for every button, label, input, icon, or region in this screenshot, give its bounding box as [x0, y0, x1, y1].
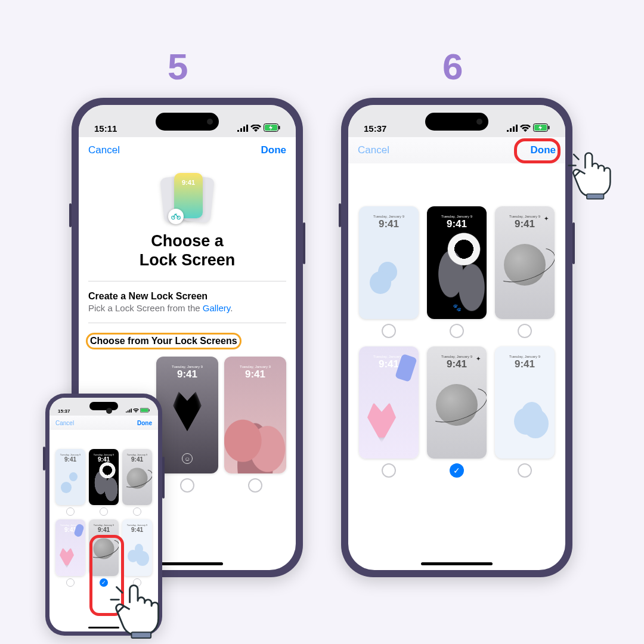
dynamic-island — [156, 113, 219, 131]
svg-rect-2 — [279, 126, 280, 129]
radio-unselected[interactable] — [180, 478, 194, 493]
lockscreen-option-bluecloud[interactable]: Tuesday, January 99:41 — [55, 449, 85, 516]
bike-icon — [168, 209, 184, 224]
lockscreen-option-planet-sm[interactable]: Tuesday, January 99:41 — [122, 449, 152, 516]
wifi-icon — [520, 123, 531, 134]
lockscreen-option-heart[interactable]: Tuesday, January 9 9:41 ☺ — [156, 357, 218, 493]
hero-card-time: 9:41 — [182, 179, 195, 186]
radio-unselected[interactable] — [382, 324, 396, 338]
tap-hand-icon — [568, 144, 618, 202]
battery-icon — [264, 123, 280, 134]
radio-selected[interactable]: ✓ — [450, 463, 464, 478]
dynamic-island — [425, 113, 488, 131]
step-6-number: 6 — [442, 45, 463, 88]
choose-existing-section: Choose from Your Lock Screens — [88, 323, 286, 352]
radio-selected[interactable]: ✓ — [100, 578, 108, 587]
done-button[interactable]: Done — [261, 144, 287, 156]
nav-bar: Cancel Done — [79, 137, 296, 163]
gallery-link[interactable]: Gallery — [203, 303, 230, 313]
create-new-subtext: Pick a Lock Screen from the Gallery. — [88, 303, 286, 313]
radio-unselected[interactable] — [100, 507, 108, 516]
cellular-icon — [507, 123, 518, 134]
wifi-icon — [250, 123, 261, 134]
svg-point-3 — [172, 216, 175, 219]
status-time: 15:37 — [58, 408, 70, 414]
battery-icon — [533, 123, 550, 134]
radio-unselected[interactable] — [133, 507, 141, 516]
dynamic-island — [89, 402, 118, 410]
lockscreen-option-hearts3d[interactable]: Tuesday, January 99:41 — [359, 346, 419, 478]
radio-unselected[interactable] — [518, 324, 532, 338]
lockscreen-option-moon[interactable]: Tuesday, January 99:41🐾 — [427, 206, 487, 338]
battery-icon — [140, 408, 150, 414]
create-new-heading: Create a New Lock Screen — [88, 291, 286, 302]
lockscreen-option-planet-lg[interactable]: Tuesday, January 99:41✦ ✓ — [427, 346, 487, 478]
radio-unselected[interactable] — [518, 463, 532, 478]
lockscreen-grid: Tuesday, January 99:41 Tuesday, January … — [348, 202, 565, 482]
svg-line-16 — [117, 587, 123, 593]
nav-bar: Cancel Done — [348, 137, 565, 163]
svg-rect-7 — [549, 126, 550, 129]
home-indicator[interactable] — [421, 562, 493, 565]
page-title: Choose a Lock Screen — [140, 231, 236, 270]
wifi-icon — [133, 408, 139, 414]
svg-rect-13 — [141, 408, 148, 412]
radio-unselected[interactable] — [66, 578, 75, 587]
lockscreen-option-clouds[interactable]: Tuesday, January 9 9:41 — [224, 357, 286, 493]
done-button[interactable]: Done — [531, 144, 556, 156]
hero-illustration: 9:41 — [160, 171, 215, 225]
cellular-icon — [237, 123, 248, 134]
radio-unselected[interactable] — [248, 478, 262, 493]
choose-existing-heading: Choose from Your Lock Screens — [90, 336, 237, 346]
radio-unselected[interactable] — [66, 507, 75, 516]
nav-bar: Cancel Done — [49, 416, 158, 430]
lockscreen-grid: Tuesday, January 99:41 Tuesday, January … — [49, 447, 158, 589]
svg-rect-15 — [131, 632, 151, 638]
phone-step-6: 15:37 Cancel Done Tuesday, January 99:41… — [341, 98, 572, 577]
radio-unselected[interactable] — [382, 463, 396, 478]
create-new-section[interactable]: Create a New Lock Screen Pick a Lock Scr… — [88, 281, 286, 323]
lockscreen-option-planet-sm[interactable]: Tuesday, January 99:41✦ — [495, 206, 555, 338]
cancel-button[interactable]: Cancel — [358, 144, 389, 156]
cancel-button[interactable]: Cancel — [55, 420, 74, 426]
cancel-button[interactable]: Cancel — [88, 144, 120, 156]
status-time: 15:37 — [364, 123, 386, 134]
smiley-icon: ☺ — [182, 453, 193, 464]
svg-line-9 — [574, 154, 578, 159]
svg-rect-14 — [149, 409, 150, 411]
paw-icon: 🐾 — [453, 304, 462, 312]
lockscreen-option-moon[interactable]: Tuesday, January 99:41 — [89, 449, 119, 516]
lockscreen-option-hearts3d[interactable]: Tuesday, January 99:41 — [55, 519, 85, 586]
done-button[interactable]: Done — [137, 420, 152, 426]
status-time: 15:11 — [94, 123, 117, 134]
svg-rect-8 — [587, 194, 604, 199]
hero-section: 9:41 Choose a Lock Screen — [79, 163, 296, 281]
step-5-number: 5 — [168, 45, 188, 88]
lockscreen-option-plaincloud[interactable]: Tuesday, January 99:41 — [495, 346, 555, 478]
tap-hand-icon — [110, 576, 167, 640]
radio-unselected[interactable] — [450, 324, 464, 338]
cellular-icon — [126, 408, 132, 414]
lockscreen-option-bluecloud[interactable]: Tuesday, January 99:41 — [359, 206, 419, 338]
choose-heading-highlight: Choose from Your Lock Screens — [86, 333, 242, 349]
home-indicator[interactable] — [151, 562, 223, 565]
